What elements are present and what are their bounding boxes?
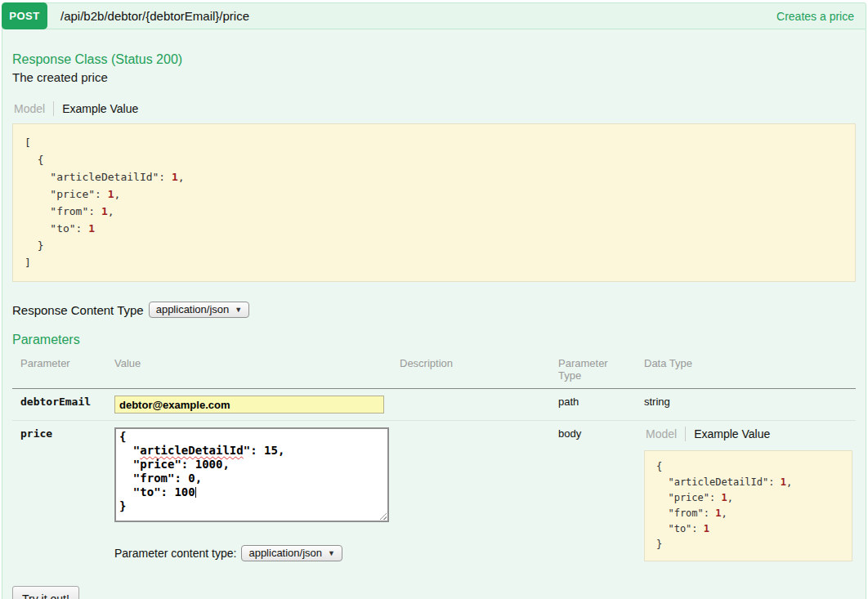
response-content-type-value: application/json bbox=[156, 303, 230, 315]
response-example-json: [ { "articleDetailId": 1, "price": 1, "f… bbox=[12, 123, 856, 282]
response-content-type-select[interactable]: application/json ▼ bbox=[149, 302, 250, 318]
tab-model[interactable]: Model bbox=[12, 101, 53, 117]
column-header-parameter: Parameter bbox=[12, 352, 106, 389]
param-description-price bbox=[391, 421, 550, 569]
parameters-heading: Parameters bbox=[12, 333, 856, 347]
parameters-table: Parameter Value Description Parameter Ty… bbox=[12, 352, 856, 568]
api-operation-panel: POST /api/b2b/debtor/{debtorEmail}/price… bbox=[2, 2, 866, 599]
response-class-heading: Response Class (Status 200) bbox=[12, 52, 856, 67]
table-row-debtorEmail: debtorEmail path string bbox=[12, 389, 856, 421]
text-cursor bbox=[195, 487, 196, 498]
try-it-out-button[interactable]: Try it out! bbox=[12, 586, 79, 599]
param-type-debtorEmail: path bbox=[550, 389, 636, 421]
body-example-json[interactable]: { "articleDetailId": 1, "price": 1, "fro… bbox=[644, 450, 852, 561]
column-header-description: Description bbox=[391, 352, 550, 389]
debtorEmail-input[interactable] bbox=[114, 396, 384, 413]
table-row-price: price { "articleDetailId": 15, "price": … bbox=[12, 421, 856, 569]
price-body-textarea[interactable]: { "articleDetailId": 15, "price": 1000, … bbox=[114, 427, 389, 522]
param-name-debtorEmail: debtorEmail bbox=[12, 389, 106, 421]
param-description-debtorEmail bbox=[391, 389, 550, 421]
endpoint-path-link[interactable]: /api/b2b/debtor/{debtorEmail}/price bbox=[60, 9, 249, 23]
operation-heading: POST /api/b2b/debtor/{debtorEmail}/price… bbox=[2, 2, 866, 29]
tab-example-value[interactable]: Example Value bbox=[686, 426, 778, 442]
body-schema-tabs: Model Example Value bbox=[644, 426, 849, 442]
operation-content: Response Class (Status 200) The created … bbox=[2, 29, 866, 599]
chevron-down-icon: ▼ bbox=[328, 549, 335, 557]
tab-example-value[interactable]: Example Value bbox=[54, 101, 146, 117]
response-class-description: The created price bbox=[12, 70, 856, 84]
operation-summary-link[interactable]: Creates a price bbox=[776, 10, 854, 23]
http-method-badge[interactable]: POST bbox=[2, 2, 47, 29]
parameter-content-type-row: Parameter content type: application/json… bbox=[114, 545, 385, 561]
column-header-data-type: Data Type bbox=[636, 352, 856, 389]
param-name-price: price bbox=[12, 421, 106, 569]
chevron-down-icon: ▼ bbox=[235, 306, 242, 314]
parameters-header-row: Parameter Value Description Parameter Ty… bbox=[12, 352, 856, 389]
resize-handle-icon[interactable] bbox=[378, 511, 387, 520]
response-content-type-row: Response Content Type application/json ▼ bbox=[12, 302, 856, 318]
tab-model[interactable]: Model bbox=[644, 426, 685, 442]
param-data-type-debtorEmail: string bbox=[636, 389, 856, 421]
response-tabs: Model Example Value bbox=[12, 101, 856, 117]
response-content-type-label: Response Content Type bbox=[12, 303, 144, 317]
parameter-content-type-value: application/json bbox=[248, 547, 322, 559]
parameter-content-type-label: Parameter content type: bbox=[114, 547, 236, 560]
column-header-value: Value bbox=[106, 352, 391, 389]
column-header-parameter-type: Parameter Type bbox=[550, 352, 636, 389]
param-type-price: body bbox=[550, 421, 636, 569]
parameter-content-type-select[interactable]: application/json ▼ bbox=[241, 545, 342, 561]
